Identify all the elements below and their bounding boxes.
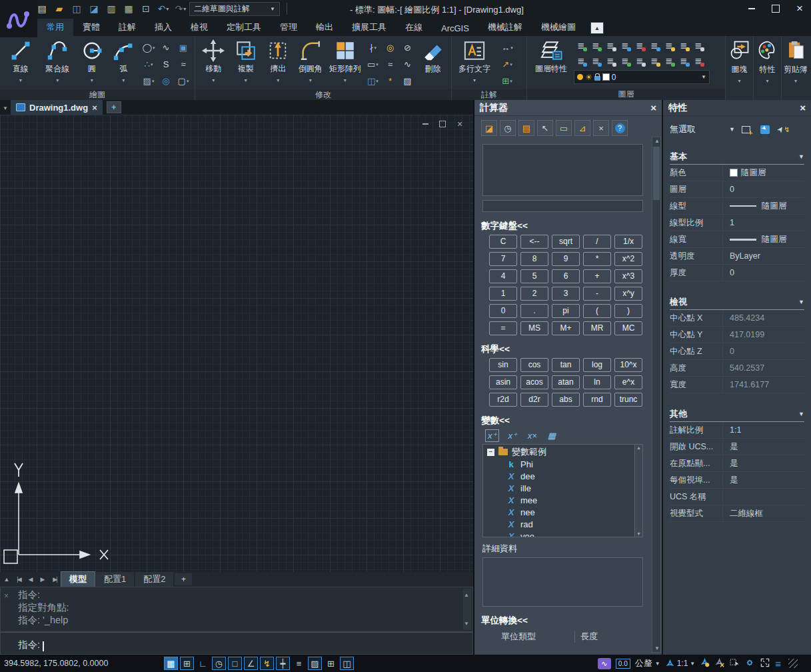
quick-access-button[interactable]: ▦▾: [121, 1, 136, 16]
statusbar-toggle[interactable]: ▨: [308, 657, 322, 670]
calc-button[interactable]: 0: [489, 304, 517, 318]
layer-tool-icon[interactable]: ≣: [574, 38, 588, 53]
section-header[interactable]: 其他: [670, 408, 804, 422]
arc-button[interactable]: 弧: [108, 38, 139, 84]
statusbar-toggle[interactable]: ◷: [212, 657, 226, 670]
command-history[interactable]: 指令:指定對角點:指令: '_help: [0, 587, 473, 632]
viewport-minimize-button[interactable]: [421, 120, 429, 128]
annotation-visibility-icon[interactable]: [700, 657, 710, 669]
statusbar-toggle[interactable]: ∠: [244, 657, 258, 670]
calc-button[interactable]: (: [583, 304, 611, 318]
ribbon-tab[interactable]: 檢視: [181, 19, 217, 36]
quick-access-button[interactable]: ◪▾: [87, 1, 101, 16]
layer-tool-icon[interactable]: ≣: [647, 38, 662, 53]
collapse-icon[interactable]: [487, 449, 494, 456]
variables-tree[interactable]: 變數範例 kPhiXdeeXilleXmeeXneeXradXvee: [482, 444, 643, 537]
ribbon-tab[interactable]: 實體: [73, 19, 109, 36]
fullscreen-icon[interactable]: [760, 657, 770, 670]
property-row[interactable]: 寬度1741.6177: [670, 377, 804, 393]
calc-button[interactable]: C: [489, 235, 517, 249]
calculator-toolbar-button[interactable]: ▤: [518, 120, 534, 136]
calc-button[interactable]: tan: [552, 358, 580, 372]
statusbar-toggle[interactable]: ∟: [196, 657, 210, 670]
property-row[interactable]: 線寬隨圖層: [670, 231, 804, 248]
draw-tool-icon[interactable]: ◯▾: [140, 39, 157, 56]
calc-button[interactable]: x^3: [614, 269, 642, 283]
statusbar-toggle[interactable]: □: [228, 657, 242, 670]
draw-tool-icon[interactable]: ▢▾: [175, 73, 192, 89]
annotate-tool-icon[interactable]: ↗▾: [496, 56, 518, 73]
modify-tool-icon[interactable]: ◎▾: [381, 39, 399, 56]
layer-tool-icon[interactable]: ≣: [647, 53, 662, 69]
property-row[interactable]: 開啟 UCS...是: [670, 439, 804, 455]
close-icon[interactable]: [92, 103, 97, 113]
add-layout-button[interactable]: [175, 573, 192, 585]
circle-button[interactable]: 圓: [77, 38, 107, 84]
calc-button[interactable]: sin: [489, 358, 517, 372]
selection-cycling-icon[interactable]: [729, 657, 740, 669]
quick-access-button[interactable]: ▰▾: [52, 1, 67, 16]
calc-button[interactable]: atan: [552, 375, 580, 389]
ribbon-tab[interactable]: 機械註解: [478, 19, 532, 36]
move-button[interactable]: 移動: [198, 38, 229, 84]
layer-tool-icon[interactable]: ≣: [691, 38, 706, 53]
quick-access-button[interactable]: ⊡▾: [139, 1, 153, 16]
calculator-toolbar-button[interactable]: ◪: [481, 120, 497, 136]
layout-tab[interactable]: 配置2: [135, 572, 173, 587]
calc-button[interactable]: MC: [614, 321, 642, 335]
statusbar-toggle[interactable]: ⊞: [180, 657, 194, 670]
statusbar-toggle[interactable]: ▦: [164, 657, 178, 670]
layer-tool-icon[interactable]: ≣: [691, 53, 706, 69]
section-header[interactable]: 基本: [670, 151, 804, 165]
stretch-button[interactable]: 擠出: [263, 38, 294, 84]
property-row[interactable]: 在原點顯...是: [670, 455, 804, 472]
property-row[interactable]: 中心點 Z0: [670, 343, 804, 360]
calc-button[interactable]: rnd: [583, 393, 611, 407]
last-layout-icon[interactable]: [49, 576, 60, 583]
app-logo[interactable]: [0, 0, 37, 37]
panel-label-draw[interactable]: 繪圖: [0, 89, 195, 100]
draw-tool-icon[interactable]: ≈▾: [175, 56, 192, 73]
calc-button[interactable]: /: [583, 235, 611, 249]
calc-button[interactable]: .: [520, 304, 548, 318]
selection-dropdown[interactable]: 無選取: [670, 123, 696, 135]
property-row[interactable]: 每個視埠...是: [670, 472, 804, 489]
ribbon-panel-clipboard[interactable]: 剪貼簿: [782, 36, 810, 100]
calc-button[interactable]: 6: [552, 269, 580, 283]
draw-tool-icon[interactable]: S▾: [157, 56, 175, 73]
variable-toolbar-button[interactable]: x×: [526, 430, 539, 441]
layer-tool-icon[interactable]: ≣: [574, 53, 588, 69]
calc-button[interactable]: x^2: [614, 252, 642, 266]
layer-tool-icon[interactable]: ≣: [588, 53, 603, 69]
ribbon-panel-properties[interactable]: 特性: [754, 36, 782, 100]
calc-button[interactable]: 8: [520, 252, 548, 266]
line-button[interactable]: 直線: [3, 38, 38, 84]
panel-up-icon[interactable]: [1, 576, 12, 583]
annotate-tool-icon[interactable]: ⊞▾: [496, 73, 518, 89]
layer-tool-icon[interactable]: ≣: [676, 53, 691, 69]
modify-tool-icon[interactable]: ≈▾: [381, 56, 399, 73]
property-row[interactable]: UCS 名稱: [670, 489, 804, 505]
property-row[interactable]: 中心點 Y417.0199: [670, 327, 804, 343]
draw-tool-icon[interactable]: ▨▾: [140, 73, 157, 89]
erase-button[interactable]: 刪除: [417, 38, 448, 75]
layer-tool-icon[interactable]: ≣: [632, 53, 647, 69]
calculator-toolbar-button[interactable]: ×: [593, 120, 609, 136]
calc-button[interactable]: r2d: [489, 393, 517, 407]
layer-tool-icon[interactable]: ≣: [632, 38, 647, 53]
calc-button[interactable]: 3: [552, 287, 580, 301]
layer-tool-icon[interactable]: ≣: [588, 38, 603, 53]
prev-layout-icon[interactable]: [25, 576, 36, 583]
calculator-toolbar-button[interactable]: ⊿: [574, 120, 590, 136]
layer-tool-icon[interactable]: ≣: [618, 53, 632, 69]
calc-button[interactable]: *: [583, 252, 611, 266]
statusbar-toggle[interactable]: ⊞: [324, 657, 338, 670]
property-row[interactable]: 透明度ByLayer: [670, 248, 804, 265]
scientific-section-header[interactable]: 科學<<: [481, 343, 662, 355]
panel-label-layers[interactable]: 圖層: [527, 89, 725, 100]
ribbon-tab[interactable]: 定制工具: [217, 19, 271, 36]
quick-access-button[interactable]: ↷▾: [173, 1, 188, 16]
maximize-button[interactable]: [770, 3, 782, 15]
command-input[interactable]: 指令:: [0, 632, 473, 655]
modify-tool-icon[interactable]: ⊘▾: [399, 39, 416, 56]
